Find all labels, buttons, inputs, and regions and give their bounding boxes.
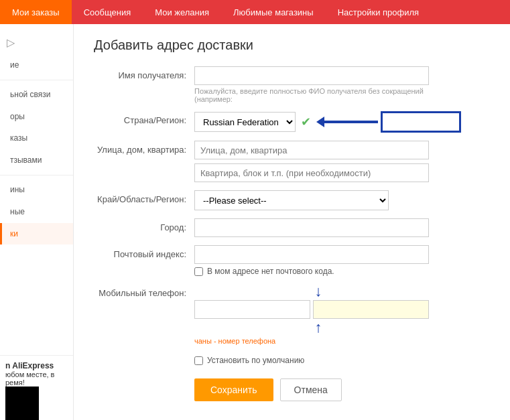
arrow-head (316, 117, 324, 127)
qr-code (5, 387, 39, 420)
phone-number-input[interactable]: 978-873-4612 (313, 300, 429, 319)
region-select[interactable]: --Please select-- (194, 190, 389, 210)
country-label: Страна/Регион: (94, 111, 194, 125)
down-arrow-annotation: ↓ (208, 284, 429, 299)
country-field: Russian Federation Ukraine Belarus Kazak… (194, 111, 429, 133)
zip-row: Почтовый индекс: В мом адресе нет почтов… (94, 245, 490, 276)
street-input[interactable] (194, 141, 429, 159)
cancel-button[interactable]: Отмена (280, 378, 342, 401)
region-label: Край/Область/Регион: (94, 190, 194, 204)
sidebar-divider-1 (0, 80, 73, 80)
arrow-line (324, 121, 378, 123)
default-row: Установить по умолчанию (94, 353, 490, 365)
default-spacer (94, 353, 194, 357)
city-input[interactable] (194, 218, 429, 237)
street-row: Улица, дом, квартира: (94, 141, 490, 182)
city-row: Город: (94, 218, 490, 237)
delivery-address-form: Имя получателя: Пожалуйста, введите полн… (94, 66, 490, 401)
sidebar-item-3[interactable]: оры (0, 106, 73, 128)
default-checkbox[interactable] (194, 356, 203, 365)
no-zip-label: В мом адресе нет почтового кода. (207, 267, 334, 276)
phone-field: ↓ +7 978-873-4612 ↑ чаны - номер телефон… (194, 284, 429, 345)
nav-item-stores[interactable]: Любимые магазины (221, 0, 326, 24)
sidebar-item-2[interactable]: ьной связи (0, 84, 73, 106)
button-row: Сохранить Отмена (94, 378, 490, 401)
nav-item-wishlist[interactable]: Мои желания (143, 0, 221, 24)
sidebar-item-5[interactable]: тзывами (0, 149, 73, 171)
country-valid-icon: ✔ (301, 115, 311, 129)
city-label: Город: (94, 218, 194, 232)
phone-label: Мобильный телефон: (94, 284, 194, 298)
sidebar: ▷ ие ьной связи оры казы тзывами ины ные… (0, 24, 74, 420)
default-field: Установить по умолчанию (194, 353, 429, 365)
page-title: Добавить адрес доставки (94, 38, 490, 53)
recipient-label: Имя получателя: (94, 66, 194, 80)
banner-title: n AliExpress (5, 361, 68, 370)
sidebar-item-4[interactable]: казы (0, 127, 73, 149)
street-field (194, 141, 429, 182)
nav-item-profile[interactable]: Настройки профиля (326, 0, 431, 24)
region-row: Край/Область/Регион: --Please select-- (94, 190, 490, 210)
top-navigation: Мои заказы Сообщения Мои желания Любимые… (0, 0, 510, 24)
country-select[interactable]: Russian Federation Ukraine Belarus Kazak… (194, 112, 296, 132)
arrow-annotation (316, 111, 461, 133)
city-field (194, 218, 429, 237)
default-label: Установить по умолчанию (207, 356, 304, 365)
sidebar-item-7[interactable]: ные (0, 201, 73, 223)
country-row: Страна/Регион: Russian Federation Ukrain… (94, 111, 490, 133)
sidebar-item-1[interactable]: ие (0, 54, 73, 76)
sidebar-arrow[interactable]: ▷ (0, 31, 73, 54)
sidebar-bottom-banner: n AliExpress юбом месте, в ремя! (0, 355, 73, 420)
main-layout: ▷ ие ьной связи оры казы тзывами ины ные… (0, 24, 510, 420)
phone-code-input[interactable]: +7 (194, 300, 310, 319)
phone-hint: чаны - номер телефона (194, 337, 429, 345)
apt-input[interactable] (194, 163, 429, 182)
region-field: --Please select-- (194, 190, 429, 210)
save-button[interactable]: Сохранить (194, 378, 273, 401)
banner-text: юбом месте, в (5, 370, 68, 378)
zip-label: Почтовый индекс: (94, 245, 194, 259)
sidebar-item-8[interactable]: ки (0, 223, 73, 245)
recipient-field: Пожалуйста, введите полностью ФИО получа… (194, 66, 429, 103)
main-content: Добавить адрес доставки Имя получателя: … (74, 24, 510, 420)
no-zip-checkbox[interactable] (194, 267, 203, 276)
zip-field: В мом адресе нет почтового кода. (194, 245, 429, 276)
recipient-input[interactable] (194, 66, 429, 85)
sidebar-divider-2 (0, 175, 73, 176)
nav-item-messages[interactable]: Сообщения (72, 0, 143, 24)
phone-row: Мобильный телефон: ↓ +7 978-873-4612 ↑ ч… (94, 284, 490, 345)
zip-input[interactable] (194, 245, 429, 264)
banner-text2: ремя! (5, 378, 68, 387)
sidebar-item-6[interactable]: ины (0, 179, 73, 201)
street-label: Улица, дом, квартира: (94, 141, 194, 155)
nav-item-orders[interactable]: Мои заказы (0, 0, 72, 24)
arrow-box (381, 111, 461, 133)
recipient-row: Имя получателя: Пожалуйста, введите полн… (94, 66, 490, 103)
recipient-hint: Пожалуйста, введите полностью ФИО получа… (194, 87, 429, 103)
up-arrow-annotation: ↑ (208, 320, 429, 335)
